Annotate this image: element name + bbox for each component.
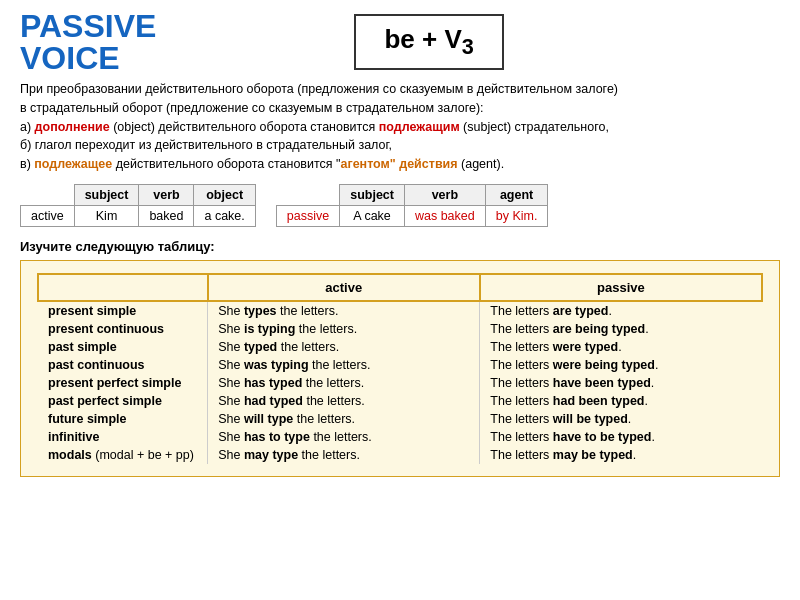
passive-sentence-cell: The letters had been typed. [480, 392, 762, 410]
tense-row: past perfect simpleShe had typed the let… [38, 392, 762, 410]
title-block: PASSIVE VOICE [20, 10, 156, 74]
formula-subscript: 3 [462, 34, 474, 59]
active-sentence-cell: She may type the letters. [208, 446, 480, 464]
tense-name-cell: past continuous [38, 356, 208, 374]
active-sentence-cell: She has to type the letters. [208, 428, 480, 446]
active-label: active [21, 205, 75, 226]
col-header-passive: passive [480, 274, 762, 301]
col-verb-passive: verb [404, 184, 485, 205]
tense-name-cell: infinitive [38, 428, 208, 446]
active-sentence-cell: She is typing the letters. [208, 320, 480, 338]
col-verb-active: verb [139, 184, 194, 205]
passive-sentence-cell: The letters will be typed. [480, 410, 762, 428]
tense-row: infinitiveShe has to type the letters.Th… [38, 428, 762, 446]
passive-sentence-cell: The letters may be typed. [480, 446, 762, 464]
explanation-point-b: б) глагол переходит из действительного в… [20, 136, 780, 155]
col-object-active: object [194, 184, 255, 205]
tense-row: future simpleShe will type the letters.T… [38, 410, 762, 428]
tense-name-cell: present perfect simple [38, 374, 208, 392]
active-verb: baked [139, 205, 194, 226]
passive-sentence-cell: The letters were being typed. [480, 356, 762, 374]
tense-table-wrapper: active passive present simpleShe types t… [20, 260, 780, 477]
title-voice: VOICE [20, 42, 156, 74]
tense-row: present continuousShe is typing the lett… [38, 320, 762, 338]
tense-row: modals (modal + be + pp)She may type the… [38, 446, 762, 464]
tense-row: past simpleShe typed the letters.The let… [38, 338, 762, 356]
tense-table: active passive present simpleShe types t… [37, 273, 763, 464]
active-sentence-cell: She types the letters. [208, 301, 480, 320]
passive-verb: was baked [404, 205, 485, 226]
col-subject-active: subject [74, 184, 139, 205]
explanation-point-c: в) подлежащее действительного оборота ст… [20, 155, 780, 174]
formula-text: be + V3 [384, 24, 473, 54]
passive-label: passive [276, 205, 339, 226]
passive-sentence-cell: The letters have to be typed. [480, 428, 762, 446]
explanation-block: При преобразовании действительного оборо… [20, 80, 780, 174]
tense-name-cell: present simple [38, 301, 208, 320]
active-subject: Kim [74, 205, 139, 226]
passive-subject: A cake [340, 205, 405, 226]
tense-row: present simpleShe types the letters.The … [38, 301, 762, 320]
active-sentence-cell: She typed the letters. [208, 338, 480, 356]
tense-name-cell: present continuous [38, 320, 208, 338]
tense-name-cell: modals (modal + be + pp) [38, 446, 208, 464]
active-sentence-cell: She has typed the letters. [208, 374, 480, 392]
passive-sentence-cell: The letters are being typed. [480, 320, 762, 338]
formula-box: be + V3 [354, 14, 503, 70]
col-subject-passive: subject [340, 184, 405, 205]
explanation-line2: в страдательный оборот (предложение со с… [20, 99, 780, 118]
active-sentence-cell: She had typed the letters. [208, 392, 480, 410]
active-example-table: subject verb object active Kim baked a c… [20, 184, 256, 227]
page-header: PASSIVE VOICE be + V3 [20, 10, 780, 74]
tense-name-cell: past perfect simple [38, 392, 208, 410]
col-header-active: active [208, 274, 480, 301]
example-tables-section: subject verb object active Kim baked a c… [20, 184, 780, 227]
tense-name-cell: future simple [38, 410, 208, 428]
explanation-intro: При преобразовании действительного оборо… [20, 80, 780, 99]
passive-sentence-cell: The letters have been typed. [480, 374, 762, 392]
passive-example-table: subject verb agent passive A cake was ba… [276, 184, 549, 227]
passive-agent: by Kim. [485, 205, 548, 226]
explanation-point-a: а) дополнение (object) действительного о… [20, 118, 780, 137]
tense-section-label: Изучите следующую таблицу: [20, 239, 780, 254]
passive-sentence-cell: The letters were typed. [480, 338, 762, 356]
tense-name-cell: past simple [38, 338, 208, 356]
active-object: a cake. [194, 205, 255, 226]
col-agent-passive: agent [485, 184, 548, 205]
passive-sentence-cell: The letters are typed. [480, 301, 762, 320]
tense-section: Изучите следующую таблицу: active passiv… [20, 239, 780, 477]
title-passive: PASSIVE [20, 10, 156, 42]
tense-row: past continuousShe was typing the letter… [38, 356, 762, 374]
active-sentence-cell: She was typing the letters. [208, 356, 480, 374]
active-sentence-cell: She will type the letters. [208, 410, 480, 428]
col-header-tense [38, 274, 208, 301]
tense-row: present perfect simpleShe has typed the … [38, 374, 762, 392]
